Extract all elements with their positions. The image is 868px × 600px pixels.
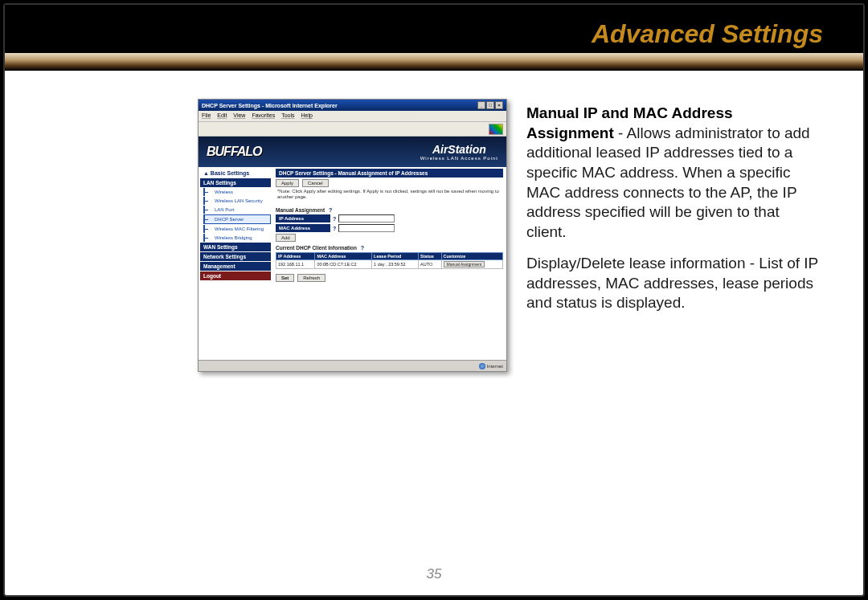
menu-tools[interactable]: Tools: [281, 112, 294, 120]
cell-status: AUTO: [419, 260, 441, 269]
menu-bar: File Edit View Favorites Tools Help: [199, 111, 506, 122]
window-controls: _ □ ×: [477, 101, 503, 109]
browser-toolbar: [199, 122, 506, 137]
windows-flag-icon: [489, 124, 503, 135]
th-ip: IP Address: [276, 253, 315, 260]
page-number: 35: [5, 566, 863, 582]
help-icon[interactable]: ?: [330, 226, 338, 231]
dhcp-table: IP Address MAC Address Lease Period Stat…: [276, 252, 503, 269]
manual-assignment-label: Manual Assignment: [276, 207, 325, 213]
th-status: Status: [419, 253, 441, 260]
menu-file[interactable]: File: [202, 112, 211, 120]
minimize-icon[interactable]: _: [477, 101, 485, 109]
mac-address-label: MAC Address: [276, 224, 330, 232]
cell-lease: 1 day , 23:59:52: [372, 260, 419, 269]
note-text: *Note: Click Apply after editing setting…: [276, 187, 503, 204]
sidebar-basic-settings[interactable]: ▲ Basic Settings: [200, 169, 271, 178]
sidebar-item-mac-filtering[interactable]: Wireless MAC Filtering: [203, 225, 271, 233]
window-titlebar: DHCP Server Settings - Microsoft Interne…: [199, 100, 506, 111]
sidebar-item-lan-port[interactable]: LAN Port: [203, 206, 271, 214]
th-mac: MAC Address: [315, 253, 372, 260]
refresh-button[interactable]: Refresh: [297, 274, 326, 282]
window-title: DHCP Server Settings - Microsoft Interne…: [202, 103, 338, 108]
menu-view[interactable]: View: [233, 112, 245, 120]
sidebar-item-wireless-bridging[interactable]: Wireless Bridging: [203, 234, 271, 242]
cancel-button[interactable]: Cancel: [302, 179, 329, 187]
menu-favorites[interactable]: Favorites: [252, 112, 275, 120]
main-pane: DHCP Server Settings - Manual Assignment…: [272, 167, 506, 360]
menu-help[interactable]: Help: [301, 112, 313, 120]
browser-window: DHCP Server Settings - Microsoft Interne…: [198, 99, 507, 372]
th-customize: Customize: [441, 253, 502, 260]
sidebar-wan-settings[interactable]: WAN Settings: [200, 243, 271, 251]
page-title: Advanced Settings: [592, 19, 823, 49]
help-icon[interactable]: ?: [358, 245, 366, 251]
set-button[interactable]: Set: [276, 274, 294, 282]
help-icon[interactable]: ?: [326, 207, 334, 213]
sidebar-management[interactable]: Management: [200, 262, 271, 271]
sidebar-item-wireless-security[interactable]: Wireless LAN Security: [203, 197, 271, 205]
product-subtitle: Wireless LAN Access Point: [420, 156, 498, 161]
cell-ip: 192.168.11.1: [276, 260, 315, 269]
menu-edit[interactable]: Edit: [217, 112, 227, 120]
maximize-icon[interactable]: □: [486, 101, 494, 109]
ip-address-label: IP Address: [276, 214, 330, 222]
sidebar-item-dhcp-server[interactable]: DHCP Server: [203, 214, 271, 224]
body-p2: Display/Delete lease informa­tion - List…: [526, 254, 820, 313]
apply-button[interactable]: Apply: [276, 179, 299, 187]
table-row: 192.168.11.1 00:0B:CD:C7:1E:C2 1 day , 2…: [276, 260, 503, 269]
body-p1: - Allows administra­tor to add additiona…: [526, 124, 810, 240]
status-right: Internet: [487, 363, 503, 368]
add-button[interactable]: Add: [276, 234, 296, 242]
mac-address-input[interactable]: [338, 224, 395, 232]
pane-title: DHCP Server Settings - Manual Assignment…: [276, 169, 503, 178]
sidebar-network-settings[interactable]: Network Settings: [200, 252, 271, 261]
status-bar: Internet: [199, 360, 506, 371]
sidebar-logout[interactable]: Logout: [200, 271, 271, 280]
product-name: AirStation: [420, 143, 498, 156]
manual-assignment-button[interactable]: Manual Assignment: [444, 261, 485, 267]
brand-logo: BUFFALO: [207, 145, 262, 159]
sidebar-item-wireless[interactable]: Wireless: [203, 188, 271, 196]
body-text: Manual IP and MAC Address Assignment - A…: [526, 99, 820, 563]
ip-address-input[interactable]: [338, 214, 395, 222]
brand-bar: BUFFALO AirStation Wireless LAN Access P…: [199, 137, 506, 167]
globe-icon: [479, 363, 485, 369]
th-lease: Lease Period: [372, 253, 419, 260]
help-icon[interactable]: ?: [330, 216, 338, 222]
sidebar-lan-settings[interactable]: LAN Settings: [200, 178, 271, 187]
current-dhcp-label: Current DHCP Client Information: [276, 245, 357, 251]
sidebar: ▲ Basic Settings LAN Settings Wireless W…: [199, 167, 272, 360]
cell-mac: 00:0B:CD:C7:1E:C2: [315, 260, 372, 269]
close-icon[interactable]: ×: [495, 101, 503, 109]
